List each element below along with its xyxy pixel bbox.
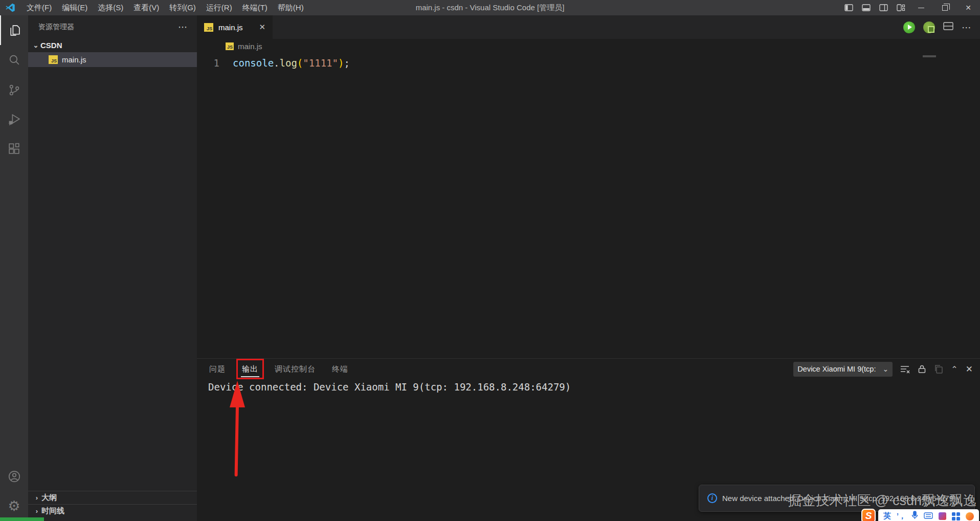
minimap[interactable] [923, 55, 936, 57]
clear-output-icon[interactable] [900, 365, 910, 374]
menu-selection[interactable]: 选择(S) [93, 0, 128, 15]
js-file-icon: JS [226, 42, 234, 50]
customize-layout-icon[interactable] [892, 0, 909, 15]
extensions-icon[interactable] [0, 134, 28, 164]
watermark-text: 掘金技术社区 @ csdn飘逸飘逸 [788, 491, 977, 510]
code-line-1[interactable]: 1 console.log("1111"); [197, 56, 980, 70]
panel-tab-bar: 问题 输出 调试控制台 终端 Device Xiaomi MI 9(tcp: ⌄ [197, 359, 980, 379]
timeline-label: 时间线 [41, 506, 64, 516]
run-on-device-button[interactable] [923, 21, 935, 33]
menu-edit[interactable]: 编辑(E) [57, 0, 93, 15]
explorer-icon[interactable] [0, 15, 28, 45]
chevron-right-icon: › [32, 507, 41, 515]
settings-gear-icon[interactable]: ⚙ [0, 491, 28, 521]
maximize-panel-icon[interactable]: ⌃ [951, 364, 957, 374]
breadcrumb-filename: main.js [238, 42, 262, 51]
minimize-button[interactable] [909, 0, 933, 15]
js-file-icon: JS [204, 23, 213, 32]
file-row-mainjs[interactable]: JS main.js [28, 52, 197, 67]
menu-file[interactable]: 文件(F) [21, 0, 57, 15]
js-file-icon: JS [49, 55, 58, 64]
title-bar: 文件(F) 编辑(E) 选择(S) 查看(V) 转到(G) 运行(R) 终端(T… [0, 0, 980, 15]
toggle-secondary-sidebar-icon[interactable] [875, 0, 892, 15]
ime-microphone-icon[interactable] [911, 511, 918, 521]
timeline-section[interactable]: › 时间线 [28, 504, 197, 517]
account-icon[interactable] [0, 462, 28, 491]
info-icon: i [707, 493, 717, 503]
ime-language-toggle[interactable]: 英 [883, 511, 891, 521]
ime-keyboard-icon[interactable] [924, 512, 933, 521]
panel-tab-debug-console[interactable]: 调试控制台 [274, 361, 317, 377]
breadcrumb[interactable]: JS main.js [197, 39, 980, 54]
toggle-sidebar-icon[interactable] [840, 0, 857, 15]
line-number: 1 [197, 56, 233, 70]
tab-close-icon[interactable]: ✕ [257, 21, 268, 33]
explorer-title: 资源管理器 [38, 23, 74, 32]
chevron-down-icon: ⌄ [883, 365, 889, 373]
explorer-more-actions-icon[interactable]: ⋯ [178, 21, 188, 33]
outline-label: 大纲 [41, 493, 57, 503]
tab-label: main.js [218, 23, 243, 32]
editor-actions: ⋯ [903, 15, 980, 39]
activity-bar: ⚙ [0, 15, 28, 521]
status-bar-remote-indicator[interactable] [0, 517, 44, 521]
tab-mainjs[interactable]: JS main.js ✕ [197, 15, 273, 39]
code-text: console.log("1111"); [233, 56, 350, 70]
panel-tab-terminal[interactable]: 终端 [331, 361, 349, 377]
chevron-down-icon: ⌄ [31, 41, 40, 49]
run-code-button[interactable] [903, 21, 915, 33]
ime-toolbar: S 英 ’， [861, 509, 979, 521]
menu-view[interactable]: 查看(V) [128, 0, 164, 15]
menu-help[interactable]: 帮助(H) [273, 0, 309, 15]
lock-autoscroll-icon[interactable] [918, 364, 926, 374]
menu-terminal[interactable]: 终端(T) [237, 0, 273, 15]
menu-run[interactable]: 运行(R) [201, 0, 237, 15]
editor-more-actions-icon[interactable]: ⋯ [962, 21, 972, 33]
red-arrow-head [230, 381, 245, 407]
outline-section[interactable]: › 大纲 [28, 491, 197, 504]
vscode-logo-icon [5, 3, 15, 13]
close-window-button[interactable]: ✕ [956, 0, 980, 15]
close-panel-icon[interactable]: ✕ [966, 364, 973, 375]
editor-tab-bar: JS main.js ✕ ⋯ [197, 15, 980, 39]
split-editor-icon[interactable] [943, 22, 953, 32]
folder-name: CSDN [40, 41, 62, 50]
open-output-in-editor-icon[interactable] [934, 364, 943, 374]
run-debug-icon[interactable] [0, 104, 28, 134]
menu-go[interactable]: 转到(G) [164, 0, 201, 15]
output-console[interactable]: Device connected: Device Xiaomi MI 9(tcp… [197, 379, 980, 393]
panel-tab-problems[interactable]: 问题 [208, 361, 227, 377]
editor-group: JS main.js ✕ ⋯ JS main.js 1 console.log(… [197, 15, 980, 358]
vscode-window: 文件(F) 编辑(E) 选择(S) 查看(V) 转到(G) 运行(R) 终端(T… [0, 0, 980, 521]
toggle-panel-icon[interactable] [857, 0, 875, 15]
ime-skin-icon[interactable] [939, 512, 946, 520]
folder-row-csdn[interactable]: ⌄ CSDN [28, 38, 197, 52]
chevron-right-icon: › [32, 494, 41, 502]
search-icon[interactable] [0, 45, 28, 75]
output-line: Device connected: Device Xiaomi MI 9(tcp… [208, 381, 571, 393]
restore-button[interactable] [933, 0, 956, 15]
explorer-sidebar: 资源管理器 ⋯ ⌄ CSDN JS main.js › 大纲 › 时间线 [28, 15, 197, 521]
panel-controls: Device Xiaomi MI 9(tcp: ⌄ [793, 362, 980, 377]
ime-emoji-icon[interactable] [966, 512, 974, 520]
output-channel-dropdown[interactable]: Device Xiaomi MI 9(tcp: ⌄ [793, 362, 893, 377]
ime-toolbox-icon[interactable] [952, 512, 960, 520]
output-channel-value: Device Xiaomi MI 9(tcp: [797, 365, 876, 373]
annotation-red-box [236, 359, 264, 379]
ime-punctuation-toggle[interactable]: ’， [897, 512, 906, 521]
sogou-logo-icon[interactable]: S [861, 509, 876, 521]
source-control-icon[interactable] [0, 75, 28, 104]
file-name: main.js [62, 55, 86, 64]
panel-tab-output[interactable]: 输出 [241, 361, 259, 377]
